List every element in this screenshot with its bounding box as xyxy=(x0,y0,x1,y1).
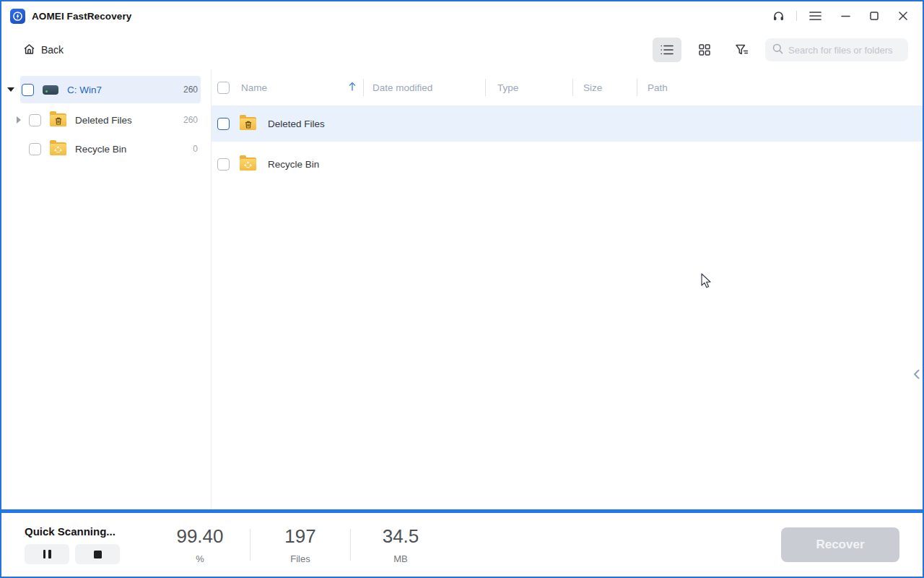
titlebar-separator xyxy=(796,11,797,21)
stat-files: 197 Files xyxy=(250,525,350,564)
size-value: 34.5 xyxy=(351,525,450,548)
row-checkbox[interactable] xyxy=(217,118,230,130)
app-logo-icon xyxy=(10,9,25,24)
table-header: Name Date modified Type Si xyxy=(212,74,923,101)
column-label: Size xyxy=(583,82,602,93)
list-view-button[interactable] xyxy=(653,38,681,62)
content-area: C: Win7 260 Deleted Files 260 xyxy=(1,69,923,509)
close-button[interactable] xyxy=(891,4,915,28)
support-headset-icon[interactable] xyxy=(766,4,790,28)
tree-checkbox-c-win7[interactable] xyxy=(22,84,34,96)
tree-label: C: Win7 xyxy=(67,85,102,95)
files-value: 197 xyxy=(250,525,350,548)
stat-percent: 99.40 % xyxy=(150,525,250,564)
collapse-panel-chevron-icon[interactable] xyxy=(911,364,921,384)
file-name: Recycle Bin xyxy=(268,159,319,170)
sidebar-tree: C: Win7 260 Deleted Files 260 xyxy=(1,69,212,509)
filter-button[interactable] xyxy=(728,38,757,62)
pause-scan-button[interactable] xyxy=(25,544,69,564)
expand-caret-down-icon[interactable] xyxy=(7,87,14,92)
expand-caret-right-icon[interactable] xyxy=(17,116,21,124)
scan-stats: 99.40 % 197 Files 34.5 MB xyxy=(150,525,450,564)
search-input[interactable] xyxy=(788,45,904,56)
app-window: AOMEI FastRecovery xyxy=(0,0,924,578)
pause-icon xyxy=(48,550,51,558)
column-label: Type xyxy=(497,82,518,93)
select-all-checkbox[interactable] xyxy=(217,82,230,94)
size-unit: MB xyxy=(351,553,450,564)
home-icon xyxy=(23,43,35,57)
row-checkbox[interactable] xyxy=(217,158,230,171)
title-bar: AOMEI FastRecovery xyxy=(1,1,923,30)
tree-count: 260 xyxy=(183,85,198,95)
menu-icon[interactable] xyxy=(803,4,827,28)
column-label: Path xyxy=(648,82,668,93)
search-icon xyxy=(772,43,783,57)
table-row[interactable]: Recycle Bin xyxy=(212,146,923,182)
folder-recycle-icon xyxy=(50,142,66,155)
column-header-size[interactable]: Size xyxy=(573,74,637,101)
tree-item-c-win7[interactable]: C: Win7 260 xyxy=(1,75,206,104)
percent-value: 99.40 xyxy=(150,525,250,548)
drive-icon xyxy=(43,85,58,95)
stat-size: 34.5 MB xyxy=(351,525,450,564)
scan-status-label: Quick Scanning... xyxy=(25,525,120,538)
back-label: Back xyxy=(41,44,64,56)
folder-trash-icon xyxy=(240,117,256,130)
percent-unit: % xyxy=(150,553,250,564)
column-label: Name xyxy=(241,82,267,93)
column-header-date-modified[interactable]: Date modified xyxy=(364,74,485,101)
column-label: Date modified xyxy=(372,82,432,93)
search-box xyxy=(765,38,908,61)
sort-ascending-icon xyxy=(349,81,356,94)
folder-recycle-icon xyxy=(240,158,256,171)
toolbar: Back xyxy=(1,30,923,69)
column-header-type[interactable]: Type xyxy=(486,74,572,101)
tree-item-deleted-files[interactable]: Deleted Files 260 xyxy=(1,105,206,134)
file-table: Name Date modified Type Si xyxy=(212,69,923,509)
tree-label: Deleted Files xyxy=(75,115,132,126)
status-bar: Quick Scanning... 99.40 % 197 Files xyxy=(1,513,923,577)
stop-icon xyxy=(94,551,102,558)
stop-scan-button[interactable] xyxy=(75,544,120,564)
folder-trash-icon xyxy=(50,113,66,126)
tree-label: Recycle Bin xyxy=(75,144,126,155)
tree-checkbox-recycle-bin[interactable] xyxy=(29,143,41,155)
grid-view-button[interactable] xyxy=(690,38,719,62)
tree-count: 260 xyxy=(183,115,198,125)
table-row[interactable]: Deleted Files xyxy=(212,105,923,142)
tree-checkbox-deleted-files[interactable] xyxy=(29,114,41,126)
maximize-button[interactable] xyxy=(862,4,886,28)
minimize-button[interactable] xyxy=(833,4,858,28)
column-header-path[interactable]: Path xyxy=(637,74,923,101)
tree-item-recycle-bin[interactable]: Recycle Bin 0 xyxy=(1,134,206,163)
app-title: AOMEI FastRecovery xyxy=(32,11,131,22)
pause-icon xyxy=(43,550,46,558)
recover-button[interactable]: Recover xyxy=(781,527,899,562)
file-name: Deleted Files xyxy=(268,118,325,129)
tree-count: 0 xyxy=(193,144,198,154)
files-unit: Files xyxy=(250,553,350,564)
column-header-name[interactable]: Name xyxy=(212,74,363,101)
back-button[interactable]: Back xyxy=(23,43,64,57)
